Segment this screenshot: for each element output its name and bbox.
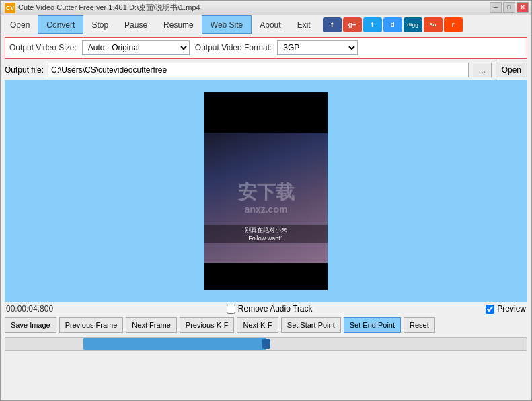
title-bar: CV Cute Video Cutter Free ver 1.401 D:\桌…	[1, 1, 531, 15]
video-content: 安下载 anxz.com 别真在绝对小来Follow want1	[204, 133, 328, 263]
save-image-button[interactable]: Save Image	[5, 317, 56, 333]
set-start-button[interactable]: Set Start Point	[281, 317, 341, 333]
menu-open[interactable]: Open	[2, 15, 38, 34]
video-format-select[interactable]: 3GP AVI MP4 MOV WMV FLV	[277, 40, 358, 55]
menu-about[interactable]: About	[252, 15, 289, 34]
video-size-label: Output Video Size:	[9, 43, 77, 52]
video-bottom-black	[204, 263, 328, 290]
video-frame: 安下载 anxz.com 别真在绝对小来Follow want1	[204, 92, 328, 290]
menu-pause[interactable]: Pause	[116, 15, 155, 34]
video-area: 安下载 anxz.com 别真在绝对小来Follow want1	[5, 80, 527, 302]
set-end-button[interactable]: Set End Point	[344, 317, 401, 333]
social-google[interactable]: g+	[343, 17, 362, 32]
app-icon: CV	[5, 3, 15, 13]
menu-exit[interactable]: Exit	[289, 15, 319, 34]
social-twitter[interactable]: t	[363, 17, 382, 32]
output-file-row: Output file: ... Open	[1, 61, 531, 80]
output-file-input[interactable]	[48, 63, 469, 77]
output-file-label: Output file:	[5, 65, 44, 75]
options-bar: Output Video Size: Auto - Original 320x2…	[5, 37, 527, 59]
social-reddit[interactable]: r	[444, 17, 463, 32]
preview-group: Preview	[486, 304, 526, 314]
timestamp: 00:00:04.800	[6, 304, 53, 314]
remove-audio-group: Remove Audio Track	[227, 304, 313, 314]
menu-bar: Open Convert Stop Pause Resume Web Site …	[1, 15, 531, 34]
menu-stop[interactable]: Stop	[83, 15, 116, 34]
prev-keyframe-button[interactable]: Previous K-F	[180, 317, 235, 333]
prev-frame-button[interactable]: Previous Frame	[59, 317, 124, 333]
menu-convert[interactable]: Convert	[38, 15, 83, 34]
video-watermark: 安下载 anxz.com	[238, 181, 295, 215]
next-keyframe-button[interactable]: Next K-F	[237, 317, 278, 333]
social-delicious[interactable]: d	[383, 17, 402, 32]
video-size-select[interactable]: Auto - Original 320x240 640x480 1280x720	[82, 40, 190, 55]
timeline-thumb[interactable]	[262, 339, 270, 349]
menu-website[interactable]: Web Site	[202, 15, 252, 34]
video-subtitle: 别真在绝对小来Follow want1	[204, 225, 328, 243]
video-top-black	[204, 92, 328, 133]
timeline[interactable]	[5, 337, 527, 351]
open-output-button[interactable]: Open	[496, 63, 527, 77]
social-icons-group: f g+ t d digg Su r	[323, 17, 463, 32]
preview-checkbox[interactable]	[486, 305, 494, 314]
minimize-button[interactable]: ─	[490, 2, 502, 13]
timeline-fill	[83, 338, 266, 350]
browse-button[interactable]: ...	[473, 63, 492, 77]
status-bar: 00:00:04.800 Remove Audio Track Preview	[1, 302, 531, 316]
window-controls: ─ □ ✕	[490, 2, 529, 13]
reset-button[interactable]: Reset	[404, 317, 435, 333]
preview-label: Preview	[497, 304, 526, 314]
menu-resume[interactable]: Resume	[155, 15, 202, 34]
control-buttons: Save Image Previous Frame Next Frame Pre…	[1, 316, 531, 334]
video-format-label: Output Video Format:	[195, 43, 272, 52]
window-title: Cute Video Cutter Free ver 1.401 D:\桌面\说…	[18, 3, 200, 13]
close-button[interactable]: ✕	[517, 2, 529, 13]
remove-audio-checkbox[interactable]	[227, 305, 235, 314]
social-stumble[interactable]: Su	[424, 17, 443, 32]
social-digg[interactable]: digg	[404, 17, 422, 32]
remove-audio-label: Remove Audio Track	[238, 304, 313, 314]
maximize-button[interactable]: □	[503, 2, 515, 13]
social-facebook[interactable]: f	[323, 17, 342, 32]
next-frame-button[interactable]: Next Frame	[126, 317, 176, 333]
